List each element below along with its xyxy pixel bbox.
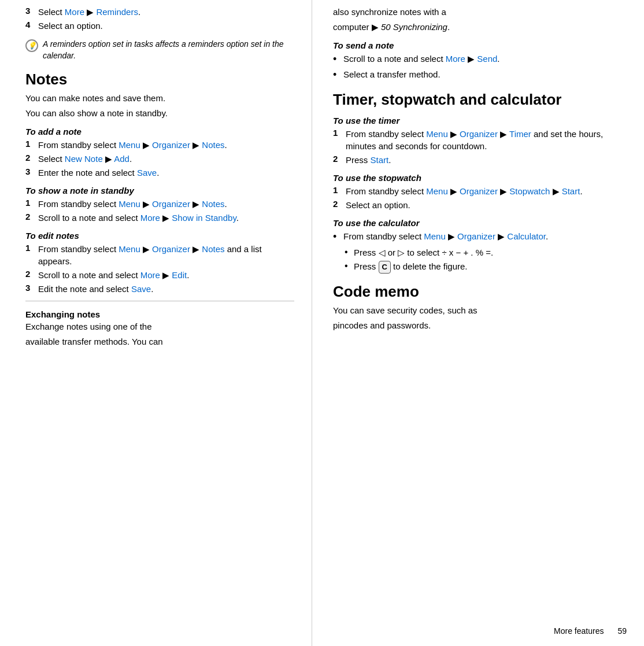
send-note-bullet-1-text: Scroll to a note and select More ▶ Send. [343,53,500,65]
code-memo-body-2: pincodes and passwords. [333,319,627,332]
stopwatch-organizer: Organizer [460,186,498,196]
use-timer-step-2-num: 2 [333,154,343,164]
add-note-step-2: 2 Select New Note ▶ Add. [25,153,294,165]
add-note-step-3-num: 3 [25,167,36,176]
use-timer-list: 1 From standby select Menu ▶ Organizer ▶… [333,128,627,166]
use-stopwatch-heading: To use the stopwatch [333,173,627,183]
send-note-heading: To send a note [333,40,627,50]
edit-notes-menu: Menu [119,244,140,254]
timer-organizer: Organizer [460,129,498,139]
edit-notes-step-1-num: 1 [25,243,36,253]
bullet-dot-2: • [333,68,343,82]
add-note-step-1-num: 1 [25,139,36,149]
calc-sub-bullet-2-text: Press C to delete the figure. [354,260,468,274]
use-timer-step-2-text: Press Start. [346,154,391,166]
use-stopwatch-step-1: 1 From standby select Menu ▶ Organizer ▶… [333,185,627,197]
add-note-organizer: Organizer [152,140,190,150]
use-timer-step-1-num: 1 [333,128,343,138]
show-note-show: Show in Standby [172,213,236,223]
add-note-step-1-text: From standby select Menu ▶ Organizer ▶ N… [38,139,227,151]
footer-label: More features [554,626,604,636]
footer-page: 59 [617,626,627,636]
divider [25,301,294,301]
footer: More features 59 [554,626,627,636]
use-calculator-heading: To use the calculator [333,218,627,228]
sync-arrow: ▶ [372,22,381,32]
show-note-menu: Menu [119,199,140,209]
timer-menu: Menu [426,129,448,139]
step-3-more: More [65,7,84,17]
use-stopwatch-step-1-num: 1 [333,185,343,195]
sync-ref: 50 Synchronizing [381,22,447,32]
add-note-add: Add [114,154,129,164]
exchanging-body-1: Exchange notes using one of the [25,320,294,333]
edit-notes-save: Save [131,284,151,294]
show-note-organizer: Organizer [152,199,190,209]
notes-heading: Notes [25,71,294,88]
edit-notes-step-2-num: 2 [25,269,36,279]
send-note-bullet-2: • Select a transfer method. [333,68,627,82]
use-stopwatch-step-1-text: From standby select Menu ▶ Organizer ▶ S… [346,185,583,197]
use-timer-step-1-text: From standby select Menu ▶ Organizer ▶ T… [346,128,627,152]
add-note-step-2-text: Select New Note ▶ Add. [38,153,132,165]
use-calculator-bullet-1-text: From standby select Menu ▶ Organizer ▶ C… [343,230,548,242]
use-stopwatch-step-2: 2 Select an option. [333,199,627,211]
show-note-step-1-text: From standby select Menu ▶ Organizer ▶ N… [38,198,227,210]
add-note-step-3: 3 Enter the note and select Save. [25,167,294,179]
timer-start: Start [371,155,389,165]
calc-organizer: Organizer [457,231,495,241]
show-note-notes: Notes [202,199,224,209]
c-key: C [379,261,391,274]
edit-notes-notes: Notes [202,244,224,254]
calc-sub-bullet-dot-1: • [345,246,354,259]
calc-menu: Menu [424,231,446,241]
show-note-step-1-num: 1 [25,198,36,208]
send-note-send: Send [477,54,497,64]
calc-bullet-dot: • [333,230,343,243]
edit-notes-step-2-text: Scroll to a note and select More ▶ Edit. [38,269,189,281]
stopwatch-menu: Menu [426,186,448,196]
sync-text-1: also synchronize notes with a [333,6,627,19]
right-column: also synchronize notes with a computer ▶… [312,0,644,646]
edit-notes-heading: To edit notes [25,231,294,241]
step-3-text: Select More ▶ Reminders. [38,6,140,18]
add-note-list: 1 From standby select Menu ▶ Organizer ▶… [25,139,294,179]
timer-timer: Timer [509,129,531,139]
add-note-save: Save [137,168,157,178]
code-memo-body-1: You can save security codes, such as [333,304,627,317]
tip-icon: 💡 [25,39,38,52]
edit-notes-step-3-text: Edit the note and select Save. [38,283,153,295]
use-timer-step-2: 2 Press Start. [333,154,627,166]
timer-heading: Timer, stopwatch and calculator [333,91,627,109]
edit-notes-list: 1 From standby select Menu ▶ Organizer ▶… [25,243,294,295]
use-stopwatch-list: 1 From standby select Menu ▶ Organizer ▶… [333,185,627,211]
notes-body-2: You can also show a note in standby. [25,107,294,120]
use-timer-heading: To use the timer [333,116,627,125]
step-3-arrow: ▶ [87,7,96,17]
left-column: 3 Select More ▶ Reminders. 4 Select an o… [0,0,312,646]
use-calculator-list: • From standby select Menu ▶ Organizer ▶… [333,230,627,274]
edit-notes-step-1: 1 From standby select Menu ▶ Organizer ▶… [25,243,294,267]
code-memo-heading: Code memo [333,283,627,301]
send-note-bullet-2-text: Select a transfer method. [343,68,441,80]
show-note-step-2-num: 2 [25,212,36,222]
use-timer-step-1: 1 From standby select Menu ▶ Organizer ▶… [333,128,627,152]
page-container: 3 Select More ▶ Reminders. 4 Select an o… [0,0,644,646]
stopwatch-stopwatch: Stopwatch [509,186,550,196]
add-note-step-2-num: 2 [25,153,36,163]
add-note-menu: Menu [119,140,140,150]
sync-text-2: computer ▶ 50 Synchronizing. [333,21,627,34]
use-stopwatch-step-2-num: 2 [333,199,343,209]
edit-notes-more: More [140,270,160,280]
notes-body-1: You can make notes and save them. [25,92,294,105]
calc-sub-bullet-dot-2: • [345,260,354,272]
send-note-more: More [446,54,465,64]
add-note-step-1: 1 From standby select Menu ▶ Organizer ▶… [25,139,294,151]
edit-notes-organizer: Organizer [152,244,190,254]
exchanging-body-2: available transfer methods. You can [25,335,294,348]
use-stopwatch-step-2-text: Select an option. [346,199,410,211]
step-3-reminders: 3 Select More ▶ Reminders. [25,6,294,18]
calc-sub-bullet-2: • Press C to delete the figure. [345,260,627,274]
step-3-reminders-link: Reminders [96,7,138,17]
add-note-step-3-text: Enter the note and select Save. [38,167,159,179]
